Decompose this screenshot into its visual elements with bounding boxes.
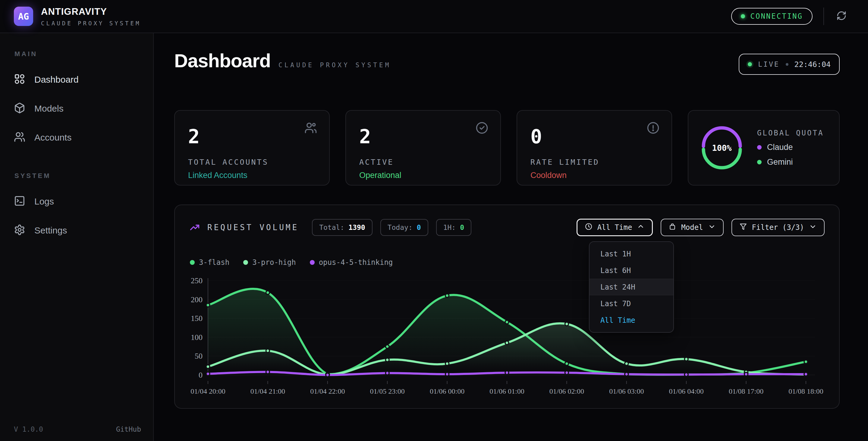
quota-legend-label: Gemini	[767, 157, 793, 167]
badge-value: 0	[417, 224, 421, 231]
stat-value: 2	[359, 127, 487, 146]
badge-value: 0	[460, 224, 464, 231]
badge-label: Total:	[319, 224, 344, 231]
chevron-down-icon	[809, 223, 817, 232]
grid-icon	[14, 73, 25, 86]
dropdown-item-last-1h[interactable]: Last 1H	[590, 245, 673, 262]
sidebar-item-models[interactable]: Models	[14, 100, 153, 117]
total-requests-badge: Total: 1390	[312, 219, 372, 236]
svg-text:01/08 17:00: 01/08 17:00	[729, 387, 764, 395]
legend-label: 3-pro-high	[252, 258, 296, 267]
trending-up-icon	[189, 222, 200, 233]
legend-dot-icon	[757, 160, 762, 165]
refresh-icon	[836, 10, 846, 22]
legend-label: 3-flash	[199, 258, 229, 267]
model-filter-button[interactable]: Model	[661, 219, 723, 236]
sidebar-item-label: Accounts	[34, 133, 71, 143]
svg-text:01/06 02:00: 01/06 02:00	[550, 387, 584, 395]
live-dot-icon	[748, 62, 752, 66]
cube-icon	[14, 102, 25, 115]
sidebar-item-settings[interactable]: Settings	[14, 222, 153, 239]
terminal-icon	[14, 195, 25, 208]
chart-header: REQUEST VOLUME Total: 1390 Today: 0 1H: …	[189, 218, 825, 236]
topbar: AG ANTIGRAVITY CLAUDE PROXY SYSTEM CONNE…	[0, 0, 868, 33]
topbar-right: CONNECTING	[731, 7, 848, 25]
model-filter-label: Model	[681, 223, 703, 232]
box-icon	[669, 223, 676, 232]
sidebar-spacer	[14, 158, 153, 172]
svg-text:01/08 18:00: 01/08 18:00	[788, 387, 823, 395]
legend-dot-icon	[243, 260, 248, 265]
time-range-label: All Time	[597, 223, 632, 232]
hour-requests-badge: 1H: 0	[436, 219, 471, 236]
svg-text:01/06 03:00: 01/06 03:00	[609, 387, 644, 395]
sidebar-item-accounts[interactable]: Accounts	[14, 129, 153, 146]
dropdown-item-last-6h[interactable]: Last 6H	[590, 262, 673, 279]
svg-text:01/04 21:00: 01/04 21:00	[250, 387, 285, 395]
quota-legend-gemini: Gemini	[757, 157, 824, 167]
legend-item: opus-4-5-thinking	[310, 258, 393, 267]
global-quota-card: 100% GLOBAL QUOTA Claude Gemini	[688, 110, 840, 185]
quota-title: GLOBAL QUOTA	[757, 129, 824, 137]
users-icon	[304, 122, 317, 136]
live-clock-badge: LIVE 22:46:04	[739, 54, 840, 75]
stat-sublabel: Linked Accounts	[188, 171, 316, 180]
stat-card-active: 2 ACTIVE Operational	[345, 110, 501, 185]
dropdown-item-last-24h[interactable]: Last 24H	[590, 279, 673, 295]
svg-text:01/06 00:00: 01/06 00:00	[430, 387, 464, 395]
stat-sublabel: Cooldown	[530, 171, 658, 180]
app-version: V 1.0.0	[14, 425, 43, 433]
sidebar-item-label: Logs	[34, 196, 54, 207]
quota-legend-label: Claude	[767, 143, 793, 152]
chart-legend: 3-flash 3-pro-high opus-4-5-thinking	[190, 258, 393, 267]
dot-separator-icon	[786, 63, 788, 66]
dropdown-item-last-7d[interactable]: Last 7D	[590, 295, 673, 312]
svg-text:150: 150	[191, 314, 203, 323]
app-name: ANTIGRAVITY	[41, 6, 141, 17]
legend-dot-icon	[190, 260, 195, 265]
svg-text:50: 50	[195, 352, 203, 360]
request-volume-chart: 05010015020025001/04 20:0001/04 21:0001/…	[189, 275, 826, 396]
status-dot-icon	[741, 14, 745, 19]
page-title: Dashboard	[174, 50, 271, 71]
filter-button[interactable]: Filter (3/3)	[732, 219, 825, 236]
svg-text:01/04 22:00: 01/04 22:00	[310, 387, 345, 395]
today-requests-badge: Today: 0	[380, 219, 428, 236]
refresh-button[interactable]	[835, 10, 848, 23]
svg-text:01/06 01:00: 01/06 01:00	[490, 387, 524, 395]
dropdown-item-all-time[interactable]: All Time	[590, 312, 673, 328]
stat-sublabel: Operational	[359, 171, 487, 180]
chevron-down-icon	[708, 223, 716, 232]
legend-dot-icon	[310, 260, 315, 265]
stat-value: 2	[188, 127, 316, 146]
svg-text:0: 0	[198, 371, 203, 379]
time-range-button[interactable]: All Time	[577, 219, 653, 236]
page-header: Dashboard CLAUDE PROXY SYSTEM	[174, 50, 391, 71]
users-icon	[14, 131, 25, 144]
stat-label: ACTIVE	[359, 158, 487, 167]
sidebar-item-dashboard[interactable]: Dashboard	[14, 71, 153, 88]
stat-card-rate-limited: 0 RATE LIMITED Cooldown	[517, 110, 672, 185]
quota-percent: 100%	[700, 126, 744, 170]
sidebar-section-main: MAIN	[14, 50, 153, 58]
github-link[interactable]: GitHub	[116, 425, 141, 433]
chevron-up-icon	[637, 223, 645, 232]
filter-label: Filter (3/3)	[752, 223, 804, 232]
badge-label: Today:	[388, 224, 412, 231]
check-circle-icon	[475, 122, 488, 136]
brand: AG ANTIGRAVITY CLAUDE PROXY SYSTEM	[14, 6, 141, 27]
svg-text:01/04 20:00: 01/04 20:00	[190, 387, 225, 395]
sidebar-item-label: Settings	[34, 225, 67, 236]
sidebar-section-system: SYSTEM	[14, 172, 153, 180]
legend-label: opus-4-5-thinking	[319, 258, 393, 267]
app-logo: AG	[14, 7, 33, 26]
legend-dot-icon	[757, 145, 762, 150]
legend-item: 3-flash	[190, 258, 229, 267]
page-subtitle: CLAUDE PROXY SYSTEM	[278, 62, 391, 69]
legend-item: 3-pro-high	[243, 258, 296, 267]
sidebar-item-logs[interactable]: Logs	[14, 193, 153, 210]
stat-label: TOTAL ACCOUNTS	[188, 158, 316, 167]
sidebar-footer: V 1.0.0 GitHub	[14, 425, 141, 433]
sidebar-item-label: Models	[34, 104, 64, 114]
connection-status-label: CONNECTING	[750, 12, 803, 21]
